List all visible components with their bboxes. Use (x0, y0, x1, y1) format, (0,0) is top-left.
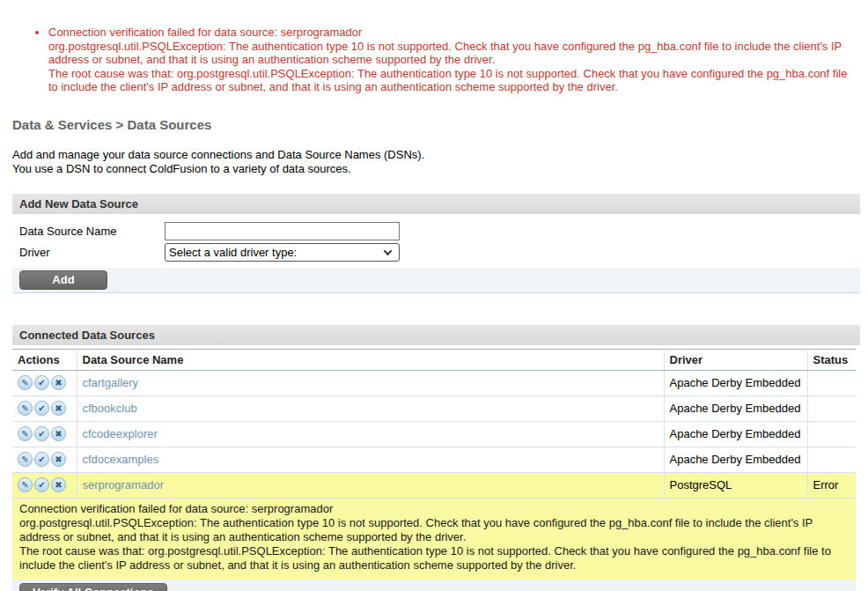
table-row-error: ✎✔✖ serprogramador PostgreSQL Error (12, 472, 856, 498)
verify-icon[interactable]: ✔ (34, 426, 49, 441)
add-data-source-section: Add New Data Source Data Source Name Dri… (12, 194, 860, 293)
intro-line-1: Add and manage your data source connecti… (12, 148, 868, 162)
verify-all-connections-button[interactable]: Verify All Connections (19, 583, 167, 591)
data-source-link[interactable]: cfbookclub (83, 402, 137, 415)
data-source-link[interactable]: cfartgallery (83, 376, 139, 389)
column-header-status: Status (807, 349, 856, 370)
table-header-row: Actions Data Source Name Driver Status (12, 349, 856, 370)
delete-icon[interactable]: ✖ (51, 477, 66, 492)
edit-icon[interactable]: ✎ (18, 452, 33, 467)
alert-line: The root cause was that: org.postgresql.… (48, 67, 850, 94)
column-header-driver: Driver (664, 349, 807, 370)
status-cell (807, 395, 856, 421)
edit-icon[interactable]: ✎ (18, 426, 33, 441)
data-sources-table: Actions Data Source Name Driver Status ✎… (12, 349, 856, 580)
intro-line-2: You use a DSN to connect ColdFusion to a… (12, 162, 868, 176)
driver-select[interactable]: Select a valid driver type: (165, 243, 400, 262)
verify-button-strip: Verify All Connections (12, 580, 856, 591)
alert-item: Connection verification failed for data … (48, 26, 850, 94)
data-source-name-label: Data Source Name (19, 225, 165, 238)
table-row: ✎✔✖ cfartgallery Apache Derby Embedded (12, 370, 856, 395)
edit-icon[interactable]: ✎ (18, 375, 33, 390)
driver-select-value: Select a valid driver type: (169, 246, 297, 259)
connection-error-alert: Connection verification failed for data … (33, 26, 850, 94)
actions-cell: ✎✔✖ (12, 370, 77, 395)
driver-cell: PostgreSQL (664, 472, 807, 498)
intro-text: Add and manage your data source connecti… (12, 148, 868, 176)
actions-cell: ✎✔✖ (12, 421, 77, 447)
data-source-link[interactable]: serprogramador (83, 478, 165, 491)
data-source-link[interactable]: cfdocexamples (83, 453, 159, 466)
add-button[interactable]: Add (19, 270, 107, 290)
status-cell (807, 447, 856, 472)
verify-icon[interactable]: ✔ (34, 452, 49, 467)
connected-section-header: Connected Data Sources (12, 325, 860, 345)
add-button-strip: Add (12, 268, 860, 293)
driver-cell: Apache Derby Embedded (664, 370, 807, 395)
error-detail-line: The root cause was that: org.postgresql.… (19, 544, 847, 573)
column-header-name: Data Source Name (77, 349, 664, 370)
driver-cell: Apache Derby Embedded (664, 447, 807, 472)
actions-cell: ✎✔✖ (12, 447, 77, 472)
status-cell (807, 370, 856, 395)
actions-cell: ✎✔✖ (12, 395, 77, 421)
alert-line: Connection verification failed for data … (48, 26, 850, 40)
delete-icon[interactable]: ✖ (51, 452, 66, 467)
verify-icon[interactable]: ✔ (34, 477, 49, 492)
driver-cell: Apache Derby Embedded (664, 421, 807, 447)
alert-line: org.postgresql.util.PSQLException: The a… (48, 40, 850, 67)
delete-icon[interactable]: ✖ (51, 401, 66, 416)
error-detail-line: Connection verification failed for data … (19, 502, 847, 516)
connected-data-sources-section: Connected Data Sources Actions Data Sour… (12, 325, 860, 591)
add-form: Data Source Name Driver Select a valid d… (12, 214, 860, 263)
verify-icon[interactable]: ✔ (34, 401, 49, 416)
status-cell: Error (807, 472, 856, 498)
breadcrumb: Data & Services > Data Sources (12, 117, 868, 132)
data-source-link[interactable]: cfcodeexplorer (83, 427, 158, 440)
column-header-actions: Actions (12, 349, 77, 370)
verify-icon[interactable]: ✔ (34, 375, 49, 390)
error-detail-row: Connection verification failed for data … (12, 498, 856, 580)
table-row: ✎✔✖ cfcodeexplorer Apache Derby Embedded (12, 421, 856, 447)
add-section-header: Add New Data Source (12, 194, 860, 214)
error-detail-block: Connection verification failed for data … (12, 498, 856, 580)
data-source-name-input[interactable] (165, 222, 400, 240)
actions-cell: ✎✔✖ (12, 472, 77, 498)
edit-icon[interactable]: ✎ (18, 401, 33, 416)
chevron-down-icon (384, 247, 393, 255)
driver-label: Driver (19, 246, 165, 259)
error-detail-line: org.postgresql.util.PSQLException: The a… (19, 516, 847, 544)
driver-cell: Apache Derby Embedded (664, 395, 807, 421)
status-cell (807, 421, 856, 447)
delete-icon[interactable]: ✖ (51, 426, 66, 441)
table-row: ✎✔✖ cfbookclub Apache Derby Embedded (12, 395, 856, 421)
delete-icon[interactable]: ✖ (51, 375, 66, 390)
table-row: ✎✔✖ cfdocexamples Apache Derby Embedded (12, 447, 856, 472)
edit-icon[interactable]: ✎ (18, 477, 33, 492)
